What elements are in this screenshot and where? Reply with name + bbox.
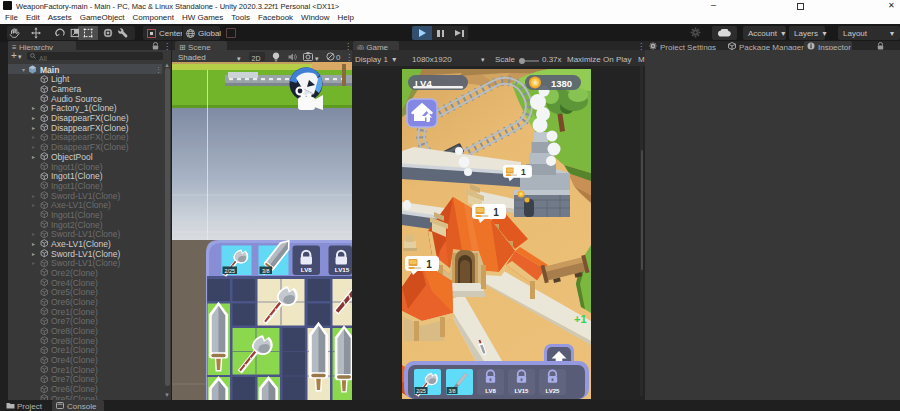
svg-text:LV25: LV25: [546, 388, 561, 394]
svg-text:LV15: LV15: [335, 266, 350, 273]
svg-text:LV15: LV15: [515, 388, 530, 394]
svg-text:LV8: LV8: [301, 266, 312, 273]
svg-text:3/8: 3/8: [449, 388, 456, 394]
svg-text:1380: 1380: [551, 78, 572, 89]
svg-text:2/25: 2/25: [416, 388, 426, 394]
svg-text:+1: +1: [574, 313, 587, 325]
svg-text:2/25: 2/25: [224, 268, 235, 274]
svg-text:3/8: 3/8: [262, 268, 270, 274]
svg-text:LV8: LV8: [485, 388, 496, 394]
